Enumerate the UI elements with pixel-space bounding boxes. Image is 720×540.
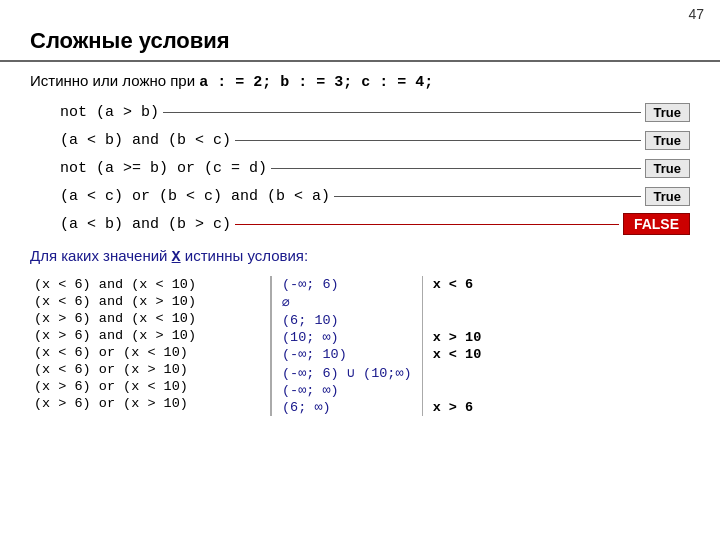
badge-1: True (645, 103, 690, 122)
table-row: (x < 6) and (x < 10) (30, 276, 200, 293)
badge-3: True (645, 159, 690, 178)
table-section: (x < 6) and (x < 10)(x < 6) and (x > 10)… (30, 276, 690, 416)
table-row: (x > 6) or (x < 10) (30, 378, 200, 395)
badge-5: FALSE (623, 213, 690, 235)
result-row: (6; ∞)x > 6 (271, 399, 492, 416)
result-row: (-∞; ∞) (271, 382, 492, 399)
x-variable: X (172, 249, 181, 266)
badge-2: True (645, 131, 690, 150)
page-number: 47 (688, 6, 704, 22)
page-title: Сложные условия (0, 0, 720, 62)
condition-row-2: (a < b) and (b < c) True (60, 127, 690, 153)
dash-2 (235, 140, 641, 141)
condition-row-4: (a < c) or (b < c) and (b < a) True (60, 183, 690, 209)
result-row: (-∞; 10)x < 10 (271, 346, 492, 363)
result-row: ∅ (271, 293, 492, 312)
condition-row-3: not (a >= b) or (c = d) True (60, 155, 690, 181)
table-row: (x < 6) or (x < 10) (30, 344, 200, 361)
result-row: (10; ∞)x > 10 (271, 329, 492, 346)
dash-5 (235, 224, 619, 225)
table-row: (x < 6) and (x > 10) (30, 293, 200, 310)
conditions-column: (x < 6) and (x < 10)(x < 6) and (x > 10)… (30, 276, 270, 416)
table-row: (x > 6) and (x > 10) (30, 327, 200, 344)
dash-4 (334, 196, 640, 197)
condition-row-5: (a < b) and (b > c) FALSE (60, 211, 690, 237)
table-row: (x > 6) and (x < 10) (30, 310, 200, 327)
dash-1 (163, 112, 641, 113)
table-row: (x < 6) or (x > 10) (30, 361, 200, 378)
result-row: (6; 10) (271, 312, 492, 329)
intro-line: Истинно или ложно при a : = 2; b : = 3; … (30, 72, 690, 91)
conditions-block: not (a > b) True (a < b) and (b < c) Tru… (30, 99, 690, 237)
dash-3 (271, 168, 640, 169)
result-row: (-∞; 6) ∪ (10;∞) (271, 363, 492, 382)
table-row: (x > 6) or (x > 10) (30, 395, 200, 412)
question-line: Для каких значений X истинны условия: (30, 247, 690, 266)
badge-4: True (645, 187, 690, 206)
result-row: (-∞; 6)x < 6 (271, 276, 492, 293)
results-columns: (-∞; 6)x < 6∅(6; 10)(10; ∞)x > 10(-∞; 10… (270, 276, 690, 416)
condition-row-1: not (a > b) True (60, 99, 690, 125)
